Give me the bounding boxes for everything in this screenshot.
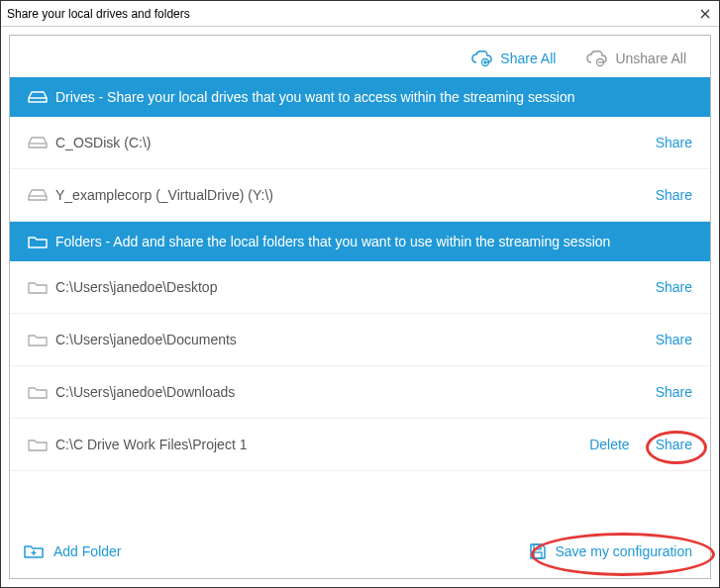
folder-icon	[28, 438, 55, 452]
folder-icon	[28, 333, 55, 347]
folder-label: C:\Users\janedoe\Downloads	[55, 384, 656, 400]
add-folder-icon	[24, 543, 44, 559]
drive-icon	[28, 188, 55, 202]
window-title: Share your local drives and folders	[7, 7, 697, 21]
share-all-button[interactable]: Share All	[470, 49, 556, 67]
folder-icon	[28, 385, 55, 400]
share-button[interactable]: Share	[656, 135, 692, 150]
inner-panel: Share All Unshare All Drives - Share you…	[9, 35, 711, 579]
unshare-all-label: Unshare All	[615, 50, 686, 66]
share-button[interactable]: Share	[656, 332, 692, 347]
folder-row: C:\Users\janedoe\Desktop Share	[10, 261, 710, 314]
folder-icon	[28, 280, 55, 295]
share-button[interactable]: Share	[656, 279, 692, 295]
folder-row: C:\C Drive Work Files\Project 1 Delete S…	[10, 419, 710, 471]
folder-label: C:\Users\janedoe\Desktop	[55, 279, 656, 295]
drives-section-header: Drives - Share your local drives that yo…	[10, 77, 710, 117]
titlebar: Share your local drives and folders	[1, 1, 719, 27]
add-folder-button[interactable]: Add Folder	[24, 543, 121, 559]
folder-icon	[28, 235, 55, 249]
content-area: Share All Unshare All Drives - Share you…	[1, 27, 719, 587]
share-button[interactable]: Share	[656, 384, 692, 400]
close-button[interactable]	[697, 6, 713, 22]
cloud-unshare-icon	[585, 49, 607, 67]
folders-header-text: Folders - Add and share the local folder…	[55, 234, 610, 249]
save-configuration-button[interactable]: Save my configuration	[529, 542, 692, 560]
drives-header-text: Drives - Share your local drives that yo…	[55, 89, 574, 105]
top-actions: Share All Unshare All	[10, 36, 710, 77]
folder-label: C:\Users\janedoe\Documents	[55, 332, 656, 347]
unshare-all-button[interactable]: Unshare All	[585, 49, 686, 67]
dialog-window: Share your local drives and folders Shar…	[0, 0, 720, 588]
folder-label: C:\C Drive Work Files\Project 1	[55, 437, 589, 452]
share-all-label: Share All	[500, 50, 556, 66]
svg-rect-13	[534, 552, 542, 558]
footer: Add Folder Save my configuration	[10, 525, 710, 578]
drive-label: Y_examplecorp (_VirtualDrive) (Y:\)	[55, 187, 656, 203]
cloud-share-icon	[470, 49, 492, 67]
folders-section-header: Folders - Add and share the local folder…	[10, 222, 710, 261]
drive-row: Y_examplecorp (_VirtualDrive) (Y:\) Shar…	[10, 169, 710, 222]
share-button[interactable]: Share	[656, 187, 692, 203]
folder-row: C:\Users\janedoe\Documents Share	[10, 314, 710, 366]
drive-icon	[28, 136, 55, 149]
delete-button[interactable]: Delete	[589, 437, 629, 452]
drive-label: C_OSDisk (C:\)	[55, 135, 656, 150]
save-label: Save my configuration	[555, 543, 692, 559]
drive-row: C_OSDisk (C:\) Share	[10, 117, 710, 169]
folder-row: C:\Users\janedoe\Downloads Share	[10, 366, 710, 419]
close-icon	[700, 9, 710, 19]
save-icon	[529, 542, 547, 560]
share-button[interactable]: Share	[656, 437, 692, 452]
drive-icon	[28, 90, 55, 104]
add-folder-label: Add Folder	[53, 543, 121, 559]
